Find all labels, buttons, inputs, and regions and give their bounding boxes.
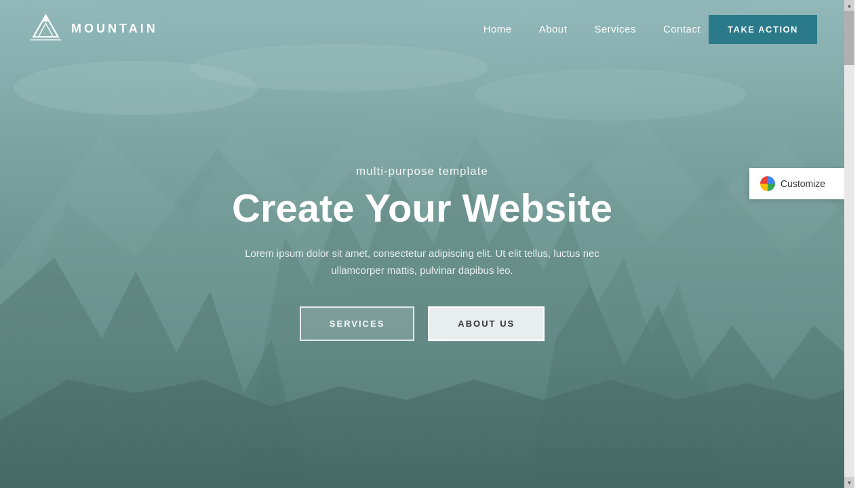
hero-section: MounTAIN Home About Services Contac <box>0 0 844 488</box>
nav-item-about[interactable]: About <box>539 23 568 35</box>
nav-item-home[interactable]: Home <box>484 23 512 35</box>
nav-link-services[interactable]: Services <box>594 23 636 35</box>
logo-brand-name: MounTAIN <box>71 22 158 36</box>
hero-content: multi-purpose template Create Your Websi… <box>185 165 660 341</box>
scrollbar-track[interactable]: ▲ ▼ <box>844 0 854 488</box>
services-button[interactable]: SERVICES <box>300 306 415 341</box>
hero-title: Create Your Website <box>185 186 660 230</box>
nav-link-home[interactable]: Home <box>484 23 512 35</box>
logo[interactable]: MounTAIN <box>27 12 158 46</box>
hero-subtitle: multi-purpose template <box>185 165 660 178</box>
navbar: MounTAIN Home About Services Contac <box>0 0 844 58</box>
page-wrapper: MounTAIN Home About Services Contac <box>0 0 868 488</box>
svg-point-10 <box>475 69 746 121</box>
mountain-logo-icon <box>27 12 64 46</box>
nav-item-services[interactable]: Services <box>594 23 636 35</box>
nav-item-contact[interactable]: Contact <box>663 23 701 35</box>
customize-bar[interactable]: Customize <box>749 168 844 199</box>
about-button[interactable]: ABOUT US <box>428 306 545 341</box>
hero-description: Lorem ipsum dolor sit amet, consectetur … <box>226 245 619 279</box>
customize-icon <box>760 176 775 191</box>
nav-link-contact[interactable]: Contact <box>663 23 701 35</box>
logo-text-block: MounTAIN <box>71 23 158 36</box>
hero-buttons: SERVICES ABOUT US <box>185 306 660 341</box>
nav-link-about[interactable]: About <box>539 23 568 35</box>
customize-label: Customize <box>781 178 825 189</box>
scrollbar-thumb[interactable] <box>844 11 854 65</box>
nav-right: Home About Services Contact TAKE ACTION <box>484 15 817 44</box>
scroll-arrow-down[interactable]: ▼ <box>844 477 854 488</box>
scroll-arrow-up[interactable]: ▲ <box>844 0 854 11</box>
cta-button[interactable]: TAKE ACTION <box>709 15 817 44</box>
nav-links: Home About Services Contact <box>484 23 701 35</box>
